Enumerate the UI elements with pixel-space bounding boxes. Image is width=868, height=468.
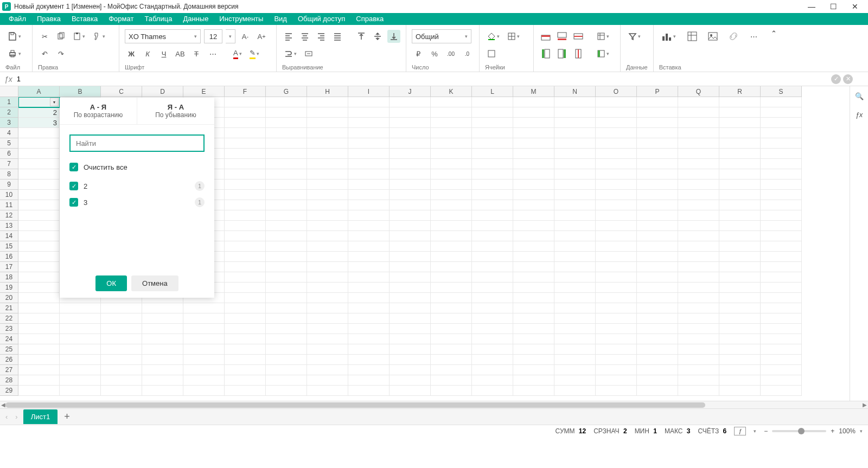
cell-R25[interactable] <box>719 344 761 355</box>
cell-M17[interactable] <box>513 262 554 272</box>
cell-M24[interactable] <box>513 334 554 344</box>
cell-K24[interactable] <box>431 334 472 344</box>
cell-P18[interactable] <box>637 272 678 283</box>
cell-A10[interactable] <box>18 190 60 200</box>
cell-R4[interactable] <box>719 128 761 138</box>
cell-B24[interactable] <box>60 334 101 344</box>
cell-L16[interactable] <box>472 252 513 262</box>
cell-A29[interactable] <box>18 386 60 396</box>
cell-S13[interactable] <box>761 221 802 231</box>
row-header-28[interactable]: 28 <box>0 375 18 386</box>
cell-G2[interactable] <box>266 107 307 118</box>
cell-S4[interactable] <box>761 128 802 138</box>
cell-K18[interactable] <box>431 272 472 283</box>
cell-A16[interactable] <box>18 252 60 262</box>
freeze-button[interactable] <box>595 47 611 60</box>
cell-F9[interactable] <box>225 179 266 190</box>
cell-S8[interactable] <box>761 169 802 179</box>
cell-E21[interactable] <box>183 303 225 313</box>
cell-G17[interactable] <box>266 262 307 272</box>
table-button[interactable] <box>595 30 611 43</box>
cell-H21[interactable] <box>307 303 348 313</box>
cell-A14[interactable] <box>18 231 60 241</box>
cell-D23[interactable] <box>142 324 183 334</box>
row-header-21[interactable]: 21 <box>0 303 18 313</box>
cell-Q20[interactable] <box>678 293 719 303</box>
cell-K28[interactable] <box>431 375 472 386</box>
cell-G1[interactable] <box>266 97 307 107</box>
cell-K3[interactable] <box>431 118 472 128</box>
cell-O9[interactable] <box>596 179 637 190</box>
cell-K22[interactable] <box>431 313 472 324</box>
cell-Q29[interactable] <box>678 386 719 396</box>
cell-F3[interactable] <box>225 118 266 128</box>
cell-P3[interactable] <box>637 118 678 128</box>
cell-L13[interactable] <box>472 221 513 231</box>
cell-H15[interactable] <box>307 241 348 252</box>
cell-Q21[interactable] <box>678 303 719 313</box>
cell-Q23[interactable] <box>678 324 719 334</box>
cell-G18[interactable] <box>266 272 307 283</box>
cell-R29[interactable] <box>719 386 761 396</box>
cut-button[interactable]: ✂ <box>38 30 51 43</box>
format-painter-button[interactable] <box>91 30 107 43</box>
cell-P4[interactable] <box>637 128 678 138</box>
cell-Q3[interactable] <box>678 118 719 128</box>
cell-G20[interactable] <box>266 293 307 303</box>
cell-S16[interactable] <box>761 252 802 262</box>
cell-R2[interactable] <box>719 107 761 118</box>
cell-R9[interactable] <box>719 179 761 190</box>
increase-decimal-button[interactable]: .00 <box>444 47 457 60</box>
col-header-A[interactable]: A <box>18 86 60 97</box>
cell-K21[interactable] <box>431 303 472 313</box>
cell-F27[interactable] <box>225 365 266 375</box>
cell-H7[interactable] <box>307 159 348 169</box>
cell-S22[interactable] <box>761 313 802 324</box>
cell-J21[interactable] <box>390 303 431 313</box>
insert-col-left-button[interactable] <box>539 47 552 60</box>
cell-L27[interactable] <box>472 365 513 375</box>
cell-J19[interactable] <box>390 283 431 293</box>
cell-H25[interactable] <box>307 344 348 355</box>
cell-I27[interactable] <box>348 365 390 375</box>
cell-L18[interactable] <box>472 272 513 283</box>
cell-G19[interactable] <box>266 283 307 293</box>
row-header-5[interactable]: 5 <box>0 138 18 149</box>
cell-Q7[interactable] <box>678 159 719 169</box>
cell-M15[interactable] <box>513 241 554 252</box>
cell-G26[interactable] <box>266 355 307 365</box>
cell-H5[interactable] <box>307 138 348 149</box>
copy-button[interactable] <box>54 30 67 43</box>
cell-L21[interactable] <box>472 303 513 313</box>
cell-M14[interactable] <box>513 231 554 241</box>
cell-H18[interactable] <box>307 272 348 283</box>
cell-S3[interactable] <box>761 118 802 128</box>
cell-E27[interactable] <box>183 365 225 375</box>
cell-A15[interactable] <box>18 241 60 252</box>
cell-M1[interactable] <box>513 97 554 107</box>
cell-R18[interactable] <box>719 272 761 283</box>
cell-F4[interactable] <box>225 128 266 138</box>
cell-I17[interactable] <box>348 262 390 272</box>
row-header-10[interactable]: 10 <box>0 190 18 200</box>
cell-C23[interactable] <box>101 324 142 334</box>
cell-B25[interactable] <box>60 344 101 355</box>
cell-R26[interactable] <box>719 355 761 365</box>
cell-Q22[interactable] <box>678 313 719 324</box>
cell-R11[interactable] <box>719 200 761 210</box>
cell-S27[interactable] <box>761 365 802 375</box>
cell-R17[interactable] <box>719 262 761 272</box>
cell-G28[interactable] <box>266 375 307 386</box>
cell-N8[interactable] <box>554 169 596 179</box>
cell-R13[interactable] <box>719 221 761 231</box>
cell-G25[interactable] <box>266 344 307 355</box>
cell-L25[interactable] <box>472 344 513 355</box>
cell-O17[interactable] <box>596 262 637 272</box>
borders-button[interactable] <box>505 30 522 43</box>
cell-J22[interactable] <box>390 313 431 324</box>
menu-help[interactable]: Справка <box>350 13 389 25</box>
cell-P17[interactable] <box>637 262 678 272</box>
cell-N20[interactable] <box>554 293 596 303</box>
valign-bottom-button[interactable] <box>387 30 400 43</box>
cell-L1[interactable] <box>472 97 513 107</box>
